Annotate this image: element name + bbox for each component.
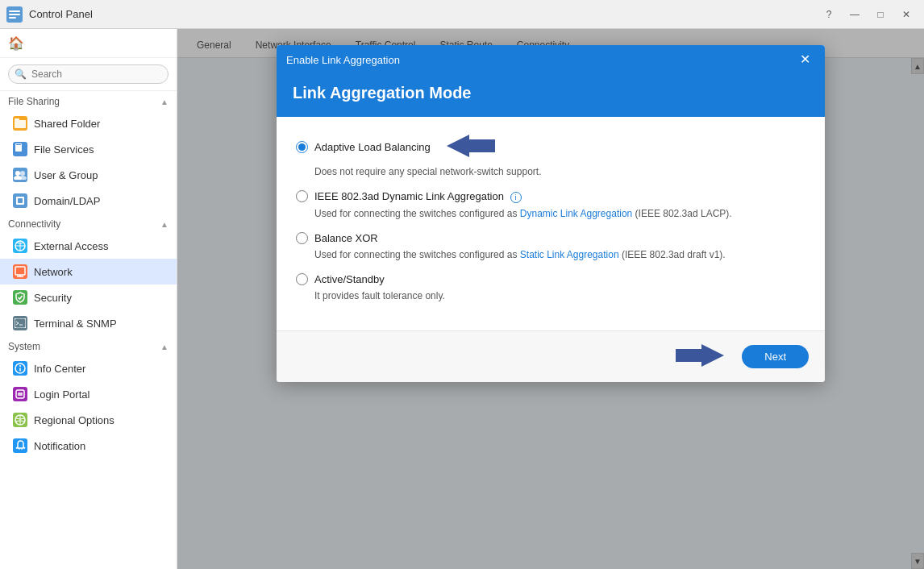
titlebar: Control Panel ? — □ ✕ bbox=[0, 0, 924, 29]
home-icon: 🏠 bbox=[8, 35, 24, 51]
user-group-icon bbox=[13, 168, 27, 182]
arrow-right-annotation bbox=[676, 343, 724, 371]
svg-rect-13 bbox=[18, 198, 23, 203]
svg-point-8 bbox=[15, 171, 20, 176]
svg-rect-20 bbox=[15, 318, 26, 328]
sidebar-label-shared-folder: Shared Folder bbox=[34, 118, 100, 130]
option-ieee-802-3ad: IEEE 802.3ad Dynamic Link Aggregation i … bbox=[296, 190, 805, 221]
sidebar-label-info-center: Info Center bbox=[34, 363, 85, 375]
option-adaptive-load-balancing: Adaptive Load Balancing Does not require… bbox=[296, 133, 805, 179]
sidebar-item-regional-options[interactable]: Regional Options bbox=[0, 407, 177, 433]
modal-titlebar: Enable Link Aggregation ✕ bbox=[277, 45, 825, 74]
sidebar-home[interactable]: 🏠 bbox=[0, 29, 177, 58]
label-adaptive-load-balancing[interactable]: Adaptive Load Balancing bbox=[314, 141, 431, 153]
sidebar-item-shared-folder[interactable]: Shared Folder bbox=[0, 110, 177, 136]
sidebar-item-info-center[interactable]: Info Center bbox=[0, 355, 177, 381]
minimize-button[interactable]: — bbox=[843, 6, 866, 23]
radio-row-balance-xor: Balance XOR bbox=[296, 232, 805, 244]
regional-options-icon bbox=[13, 413, 27, 427]
svg-rect-7 bbox=[16, 144, 21, 145]
sidebar-item-login-portal[interactable]: Login Portal bbox=[0, 381, 177, 407]
desc-ieee-802-3ad: Used for connecting the switches configu… bbox=[314, 206, 805, 221]
option-balance-xor: Balance XOR Used for connecting the swit… bbox=[296, 232, 805, 262]
svg-rect-3 bbox=[9, 17, 16, 19]
radio-row-adaptive: Adaptive Load Balancing bbox=[296, 133, 805, 161]
notification-icon bbox=[13, 438, 27, 453]
file-services-icon bbox=[13, 142, 27, 156]
close-button[interactable]: ✕ bbox=[895, 6, 918, 23]
sidebar-item-user-group[interactable]: User & Group bbox=[0, 162, 177, 188]
sidebar-label-file-services: File Services bbox=[34, 143, 94, 156]
sidebar-label-domain-ldap: Domain/LDAP bbox=[34, 195, 100, 207]
maximize-button[interactable]: □ bbox=[869, 6, 892, 23]
svg-rect-26 bbox=[18, 392, 23, 396]
section-header-file-sharing[interactable]: File Sharing ▲ bbox=[0, 91, 177, 110]
next-button[interactable]: Next bbox=[742, 345, 809, 368]
enable-link-aggregation-modal: Enable Link Aggregation ✕ Link Aggregati… bbox=[277, 45, 825, 382]
svg-rect-17 bbox=[15, 267, 25, 275]
highlight-dynamic-link: Dynamic Link Aggregation bbox=[520, 208, 632, 219]
search-input[interactable] bbox=[8, 64, 169, 84]
desc-active-standby: It provides fault tolerance only. bbox=[314, 289, 805, 303]
svg-rect-1 bbox=[9, 10, 20, 12]
label-active-standby[interactable]: Active/Standby bbox=[314, 273, 385, 285]
chevron-up-icon: ▲ bbox=[160, 98, 169, 106]
radio-ieee-802-3ad[interactable] bbox=[296, 190, 308, 202]
section-header-connectivity[interactable]: Connectivity ▲ bbox=[0, 214, 177, 233]
sidebar-item-domain-ldap[interactable]: Domain/LDAP bbox=[0, 188, 177, 214]
svg-rect-5 bbox=[15, 120, 26, 128]
radio-active-standby[interactable] bbox=[296, 273, 308, 285]
desc-balance-xor: Used for connecting the switches configu… bbox=[314, 247, 805, 262]
modal-footer: Next bbox=[277, 330, 825, 382]
sidebar-item-terminal-snmp[interactable]: Terminal & SNMP bbox=[0, 310, 177, 336]
security-icon bbox=[13, 290, 27, 305]
sidebar-item-security[interactable]: Security bbox=[0, 284, 177, 310]
highlight-static-link: Static Link Aggregation bbox=[520, 249, 619, 260]
modal-overlay: Enable Link Aggregation ✕ Link Aggregati… bbox=[177, 29, 924, 569]
radio-balance-xor[interactable] bbox=[296, 232, 308, 244]
svg-marker-32 bbox=[676, 344, 724, 367]
sidebar-item-external-access[interactable]: External Access bbox=[0, 233, 177, 259]
shared-folder-icon bbox=[13, 116, 27, 131]
sidebar: 🏠 🔍 File Sharing ▲ Shared Folder File Se… bbox=[0, 29, 177, 569]
search-icon: 🔍 bbox=[15, 69, 27, 80]
sidebar-item-network[interactable]: Network bbox=[0, 259, 177, 284]
modal-titlebar-text: Enable Link Aggregation bbox=[286, 54, 400, 66]
label-ieee-802-3ad[interactable]: IEEE 802.3ad Dynamic Link Aggregation i bbox=[314, 190, 522, 203]
sidebar-item-file-services[interactable]: File Services bbox=[0, 136, 177, 162]
sidebar-item-notification[interactable]: Notification bbox=[0, 433, 177, 459]
svg-rect-4 bbox=[15, 118, 19, 120]
ieee-label-text: IEEE 802.3ad Dynamic Link Aggregation bbox=[314, 190, 504, 202]
svg-point-9 bbox=[20, 171, 25, 176]
svg-rect-2 bbox=[9, 14, 20, 15]
section-header-system[interactable]: System ▲ bbox=[0, 336, 177, 355]
help-button[interactable]: ? bbox=[818, 6, 840, 23]
main-layout: 🏠 🔍 File Sharing ▲ Shared Folder File Se… bbox=[0, 29, 924, 569]
content-area: General Network Interface Traffic Contro… bbox=[177, 29, 924, 569]
radio-row-active-standby: Active/Standby bbox=[296, 273, 805, 285]
sidebar-search-container: 🔍 bbox=[0, 58, 177, 91]
section-label-connectivity: Connectivity bbox=[8, 218, 60, 230]
radio-adaptive-load-balancing[interactable] bbox=[296, 141, 308, 153]
sidebar-label-network: Network bbox=[34, 266, 73, 278]
info-center-icon bbox=[13, 361, 27, 376]
radio-row-ieee: IEEE 802.3ad Dynamic Link Aggregation i bbox=[296, 190, 805, 203]
modal-close-button[interactable]: ✕ bbox=[795, 52, 815, 68]
login-portal-icon bbox=[13, 387, 27, 401]
option-active-standby: Active/Standby It provides fault toleran… bbox=[296, 273, 805, 303]
external-access-icon bbox=[13, 239, 27, 253]
sidebar-label-terminal-snmp: Terminal & SNMP bbox=[34, 318, 117, 330]
domain-icon bbox=[13, 193, 27, 208]
app-title: Control Panel bbox=[29, 8, 818, 20]
chevron-down-icon: ▲ bbox=[160, 343, 169, 351]
label-balance-xor[interactable]: Balance XOR bbox=[314, 232, 378, 244]
desc-adaptive-load-balancing: Does not require any special network-swi… bbox=[314, 164, 805, 179]
sidebar-label-security: Security bbox=[34, 292, 72, 304]
sidebar-label-external-access: External Access bbox=[34, 240, 109, 252]
section-label-system: System bbox=[8, 341, 40, 352]
window-controls: ? — □ ✕ bbox=[818, 6, 918, 23]
section-label-file-sharing: File Sharing bbox=[8, 96, 60, 107]
svg-point-23 bbox=[19, 365, 21, 367]
sidebar-label-notification: Notification bbox=[34, 440, 85, 452]
info-icon-ieee[interactable]: i bbox=[510, 192, 522, 203]
